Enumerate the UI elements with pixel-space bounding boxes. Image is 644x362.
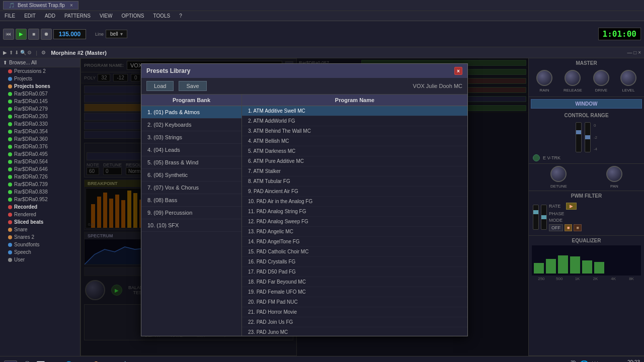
- preset-item[interactable]: 23. PAD Juno MC: [242, 327, 467, 336]
- sidebar-item[interactable]: Rar$DRa0.293: [0, 113, 80, 120]
- control-range-slider-2[interactable]: [585, 122, 591, 152]
- preset-item[interactable]: 15. PAD Catholic Choir MC: [242, 247, 467, 257]
- bank-item[interactable]: 2. (02) Keyboards: [141, 119, 242, 131]
- release-knob[interactable]: [565, 70, 581, 86]
- sidebar-item[interactable]: Rar$DRa0.360: [0, 135, 80, 143]
- load-btn[interactable]: Load: [146, 81, 174, 91]
- save-btn[interactable]: Save: [179, 81, 206, 91]
- sidebar-item[interactable]: Rar$DRa0.495: [0, 150, 80, 158]
- taskbar-icon[interactable]: 🌐: [62, 359, 74, 363]
- pwm-slider-1[interactable]: [533, 205, 539, 230]
- taskbar-icon[interactable]: ⚙: [76, 359, 89, 363]
- preset-item[interactable]: 14. PAD AngelTone FG: [242, 237, 467, 247]
- preset-item[interactable]: 7. ATM Stalker: [242, 166, 467, 176]
- taskbar-icon[interactable]: 🎨: [91, 359, 103, 363]
- pan-knob[interactable]: [606, 166, 622, 182]
- bank-item[interactable]: 7. (07) Vox & Chorus: [141, 182, 242, 194]
- rate-indicator[interactable]: ▶: [566, 203, 577, 210]
- play-btn[interactable]: ▶: [16, 29, 27, 40]
- preset-item[interactable]: 19. PAD Female UFO MC: [242, 287, 467, 297]
- preset-item[interactable]: 13. PAD Angelic MC: [242, 227, 467, 237]
- sidebar-item[interactable]: User: [0, 256, 80, 263]
- sidebar-item[interactable]: Rar$DRa0.952: [0, 196, 80, 203]
- rain-knob[interactable]: [536, 70, 552, 86]
- sidebar-item[interactable]: Recorded: [0, 203, 80, 211]
- sidebar-item[interactable]: Rar$DRa0.646: [0, 165, 80, 173]
- sidebar-item[interactable]: Snares 2: [0, 233, 80, 241]
- menu-view[interactable]: VIEW: [98, 13, 114, 19]
- eq-bar[interactable]: [582, 260, 592, 274]
- preset-item[interactable]: 1. ATM Additive Swell MC: [242, 106, 467, 116]
- bank-item[interactable]: 10. (10) SFX: [141, 219, 242, 232]
- menu-help[interactable]: ?: [178, 13, 184, 19]
- vtrk-indicator[interactable]: [533, 154, 540, 161]
- level-knob[interactable]: [620, 70, 636, 86]
- eq-bar[interactable]: [546, 259, 556, 274]
- eq-bar[interactable]: [594, 262, 604, 274]
- preset-item[interactable]: 11. PAD Analog String FG: [242, 207, 467, 217]
- mode-btn-2[interactable]: ■: [574, 224, 581, 231]
- sidebar-item[interactable]: Rar$DRa0.376: [0, 143, 80, 150]
- window-tab[interactable]: 🎵 Best Slowest Trap.flp ×: [3, 1, 78, 10]
- sidebar-item[interactable]: Projects bones: [0, 82, 80, 90]
- mode-btn-1[interactable]: ■: [565, 224, 572, 231]
- record-btn[interactable]: ⏺: [41, 29, 52, 40]
- preset-item[interactable]: 3. ATM Behind The Wall MC: [242, 126, 467, 136]
- bank-item[interactable]: 6. (06) Synthetic: [141, 169, 242, 182]
- rewind-btn[interactable]: ⏮: [3, 29, 14, 40]
- detune-knob[interactable]: [550, 166, 567, 182]
- drive-knob[interactable]: [593, 70, 609, 86]
- bank-item[interactable]: 8. (08) Bass: [141, 194, 242, 207]
- bank-item[interactable]: 3. (03) Strings: [141, 131, 242, 144]
- preset-item[interactable]: 17. PAD D50 Pad FG: [242, 267, 467, 277]
- sidebar-item[interactable]: Rar$DRa0.354: [0, 128, 80, 135]
- menu-add[interactable]: ADD: [43, 13, 57, 19]
- browse-header[interactable]: ⬆ Browse... All: [0, 58, 80, 67]
- sidebar-item[interactable]: Rar$DRa0.739: [0, 180, 80, 188]
- preset-item[interactable]: 2. ATM AddWorld FG: [242, 116, 467, 126]
- preset-item[interactable]: 20. PAD FM Pad NUC: [242, 297, 467, 307]
- tab-close[interactable]: ×: [70, 3, 73, 8]
- preset-item[interactable]: 10. PAD Air in the Analog FG: [242, 197, 467, 207]
- preset-item[interactable]: 5. ATM Darkness MC: [242, 146, 467, 156]
- bpm-display[interactable]: 135.000: [53, 29, 86, 39]
- taskbar-icon[interactable]: 🔊: [20, 359, 32, 363]
- menu-file[interactable]: FILE: [3, 13, 17, 19]
- modal-close-btn[interactable]: ×: [454, 67, 462, 75]
- sidebar-item[interactable]: Percussions 2: [0, 67, 80, 75]
- preset-item[interactable]: 9. PAD Aincient Air FG: [242, 187, 467, 197]
- sidebar-item[interactable]: Rar$DRa0.057: [0, 90, 80, 98]
- menu-patterns[interactable]: PATTERNS: [63, 13, 92, 19]
- menu-tools[interactable]: TOOLS: [151, 13, 172, 19]
- control-range-slider-1[interactable]: [576, 122, 582, 152]
- bank-item[interactable]: 1. (01) Pads & Atmos: [141, 106, 242, 119]
- sidebar-item[interactable]: Snare: [0, 226, 80, 233]
- sidebar-item[interactable]: Sliced beats: [0, 218, 80, 226]
- sidebar-item[interactable]: Rar$DRa0.838: [0, 188, 80, 196]
- sidebar-item[interactable]: Speech: [0, 248, 80, 256]
- eq-bar[interactable]: [534, 263, 544, 274]
- taskbar-icon[interactable]: 🖥: [105, 359, 117, 363]
- sidebar-item[interactable]: Rar$DRa0.145: [0, 98, 80, 105]
- sidebar-item[interactable]: Rendered: [0, 211, 80, 218]
- off-btn[interactable]: OFF: [549, 224, 563, 231]
- sidebar-item[interactable]: Rar$DRa0.279: [0, 105, 80, 113]
- preset-item[interactable]: 16. PAD Crystalls FG: [242, 257, 467, 267]
- pwm-slider-2[interactable]: [541, 205, 547, 230]
- taskbar-icon[interactable]: 📋: [119, 359, 131, 363]
- preset-item[interactable]: 4. ATM Bellish MC: [242, 136, 467, 146]
- eq-bar[interactable]: [570, 256, 580, 274]
- window-btn[interactable]: WINDOW: [531, 99, 642, 109]
- preset-item[interactable]: 12. PAD Analog Sweep FG: [242, 217, 467, 227]
- sidebar-item[interactable]: Projects: [0, 75, 80, 82]
- preset-item[interactable]: 18. PAD Far Beyound MC: [242, 277, 467, 287]
- sidebar-item[interactable]: Rar$DRa0.564: [0, 158, 80, 165]
- taskbar-icon[interactable]: 📁: [48, 359, 60, 363]
- bank-item[interactable]: 5. (05) Brass & Wind: [141, 156, 242, 169]
- preset-item[interactable]: 21. PAD Horror Movie: [242, 307, 467, 317]
- preset-item[interactable]: 8. ATM Tubular FG: [242, 176, 467, 187]
- pattern-selector[interactable]: bell ▾: [106, 30, 127, 38]
- taskbar-icon[interactable]: 📊: [34, 359, 46, 363]
- preset-item[interactable]: 6. ATM Pure Additive MC: [242, 156, 467, 166]
- sidebar-item[interactable]: Rar$DRa0.726: [0, 173, 80, 180]
